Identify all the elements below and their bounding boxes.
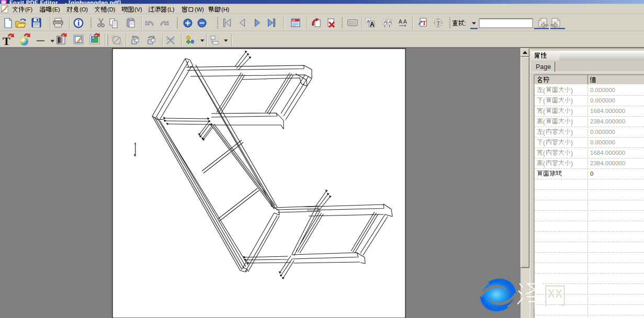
svg-text:(: ( [543,139,545,146]
svg-text:): ) [571,150,573,157]
svg-text:2384.000000: 2384.000000 [590,160,625,166]
svg-text:(O): (O) [80,6,88,13]
svg-text:A: A [399,19,402,25]
svg-text:): ) [571,108,573,115]
svg-text:0.000000: 0.000000 [590,87,615,93]
svg-text:A: A [403,19,407,25]
svg-text:A: A [384,19,387,25]
svg-text:(: ( [543,160,545,167]
svg-text:): ) [571,139,573,146]
svg-text:T: T [437,20,440,26]
svg-text:0.000000: 0.000000 [590,129,615,135]
svg-text:(: ( [543,129,545,136]
svg-text:1684.000000: 1684.000000 [590,108,625,114]
svg-text:1684.000000: 1684.000000 [590,150,625,156]
svg-text:0: 0 [590,171,593,177]
svg-text:(V): (V) [134,6,142,13]
svg-text:(D): (D) [107,6,115,13]
svg-text:(: ( [543,97,545,105]
svg-text:(F): (F) [25,6,32,13]
svg-text:0.000000: 0.000000 [590,97,615,104]
svg-text:(: ( [543,87,545,94]
svg-text:): ) [571,87,573,94]
svg-text:Page: Page [536,63,551,71]
svg-text:(: ( [543,118,545,126]
svg-text:(H): (H) [221,6,229,13]
svg-text:0.000000: 0.000000 [590,139,615,145]
svg-text:2384.000000: 2384.000000 [590,118,625,124]
svg-text:(: ( [543,150,545,157]
svg-text:): ) [571,97,573,105]
svg-text:A: A [370,21,375,28]
svg-text:(: ( [543,108,545,115]
svg-text:T: T [3,35,10,48]
svg-text::: : [465,20,466,27]
svg-text:): ) [571,129,573,136]
svg-text:): ) [571,160,573,167]
svg-text:): ) [571,118,573,126]
svg-text:(E): (E) [52,6,60,13]
svg-text:(L): (L) [167,6,174,13]
svg-text:(W): (W) [195,6,204,13]
svg-text:A: A [389,19,392,25]
svg-text:T: T [422,19,426,27]
